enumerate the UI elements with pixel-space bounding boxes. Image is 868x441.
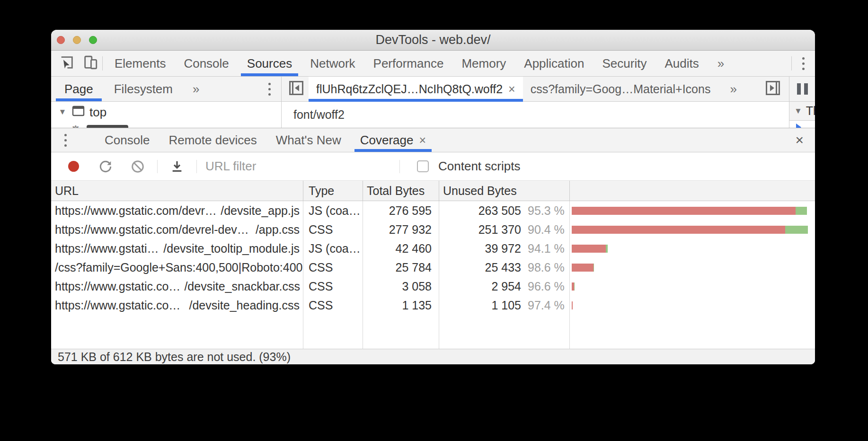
drawer-tab-what-s-new[interactable]: What's New bbox=[266, 128, 351, 152]
empty-cell bbox=[439, 315, 570, 349]
show-debugger-sidebar-icon[interactable] bbox=[764, 79, 781, 98]
reload-icon[interactable] bbox=[95, 156, 116, 177]
navigator-tab-filesystem[interactable]: Filesystem bbox=[104, 77, 183, 101]
tab-network[interactable]: Network bbox=[301, 51, 364, 76]
table-header: URL Type Total Bytes Unused Bytes bbox=[51, 181, 815, 201]
file-tab-strip: flUhRq6tzZclQEJ…NcIhQ8tQ.woff2×css?famil… bbox=[282, 77, 789, 102]
table-row[interactable]: https://www.gstatic.co…/devsite_heading.… bbox=[51, 296, 815, 315]
tab-audits[interactable]: Audits bbox=[655, 51, 708, 76]
url-prefix: /css?family=Google+Sans:400,500|Roboto:4… bbox=[55, 258, 303, 277]
usage-bar-cell bbox=[570, 239, 815, 258]
unused-bytes-value: 1 105 bbox=[439, 296, 528, 315]
file-tab-label: flUhRq6tzZclQEJ…NcIhQ8tQ.woff2 bbox=[316, 82, 503, 96]
column-header-unused-bytes[interactable]: Unused Bytes bbox=[439, 181, 570, 201]
pause-script-icon[interactable] bbox=[797, 83, 808, 95]
unused-bytes-cell: 2 95496.6 % bbox=[439, 277, 570, 296]
table-row[interactable]: https://www.gstatic.co…/devsite_snackbar… bbox=[51, 277, 815, 296]
drawer-tab-remote-devices[interactable]: Remote devices bbox=[159, 128, 266, 152]
unused-bytes-cell: 39 97294.1 % bbox=[439, 239, 570, 258]
title-bar[interactable]: DevTools - web.dev/ bbox=[51, 30, 815, 51]
usage-bar bbox=[572, 301, 573, 309]
file-tab-close-icon[interactable]: × bbox=[508, 82, 515, 96]
gear-icon: ⚙ bbox=[70, 124, 81, 128]
usage-bar-cell bbox=[570, 201, 815, 220]
unused-bar-segment bbox=[572, 226, 785, 234]
tab-sources[interactable]: Sources bbox=[238, 51, 301, 76]
usage-bar-cell bbox=[570, 258, 815, 277]
record-coverage-button[interactable] bbox=[62, 156, 84, 177]
usage-bar-cell bbox=[570, 220, 815, 239]
main-menu-kebab-icon[interactable] bbox=[792, 51, 815, 76]
file-tab-fluhrq6tzzclqej-ncihq8tq-woff2[interactable]: flUhRq6tzZclQEJ…NcIhQ8tQ.woff2× bbox=[309, 77, 523, 101]
frame-icon bbox=[72, 105, 85, 120]
url-cell: /css?family=Google+Sans:400,500|Roboto:4… bbox=[51, 258, 303, 277]
column-header-total-bytes[interactable]: Total Bytes bbox=[363, 181, 439, 201]
type-cell: JS (coa… bbox=[303, 239, 363, 258]
unused-percent: 90.4 % bbox=[528, 220, 569, 239]
more-tabs-icon[interactable]: » bbox=[713, 51, 729, 76]
minimize-window-button[interactable] bbox=[73, 36, 81, 44]
hide-navigator-sidebar-icon[interactable] bbox=[288, 79, 305, 98]
url-filter-input[interactable] bbox=[205, 159, 347, 174]
used-bar-segment bbox=[606, 245, 608, 253]
column-header-type[interactable]: Type bbox=[303, 181, 363, 201]
file-tab-css-family-goog-material-icons[interactable]: css?family=Goog…Material+Icons bbox=[523, 77, 718, 101]
table-row[interactable]: https://www.gstatic.com/devrel-dev…/app.… bbox=[51, 220, 815, 239]
threads-section-header[interactable]: ▼ Threads bbox=[789, 102, 815, 121]
total-bytes-cell: 42 460 bbox=[363, 239, 439, 258]
unused-bar-segment bbox=[572, 245, 606, 253]
drawer-tab-coverage[interactable]: Coverage× bbox=[351, 128, 435, 152]
table-row[interactable]: https://www.gstatic.com/devr…/devsite_ap… bbox=[51, 201, 815, 220]
usage-bar bbox=[572, 264, 593, 272]
tree-item-partial[interactable]: ⚙ bbox=[70, 124, 128, 128]
tab-performance[interactable]: Performance bbox=[364, 51, 453, 76]
drawer-kebab-icon[interactable] bbox=[51, 128, 73, 152]
tab-memory[interactable]: Memory bbox=[452, 51, 515, 76]
tab-console[interactable]: Console bbox=[175, 51, 238, 76]
drawer-tab-label: Console bbox=[105, 133, 150, 148]
navigator-more-tabs-icon[interactable]: » bbox=[188, 77, 204, 101]
usage-bar bbox=[572, 207, 807, 215]
close-drawer-icon[interactable]: × bbox=[784, 128, 815, 152]
table-empty-area bbox=[51, 315, 815, 349]
used-bar-segment bbox=[785, 226, 808, 234]
clear-icon[interactable] bbox=[127, 156, 149, 177]
content-scripts-checkbox[interactable] bbox=[417, 160, 429, 172]
unused-percent: 96.6 % bbox=[528, 277, 569, 296]
status-bar: 571 KB of 612 KB bytes are not used. (93… bbox=[51, 349, 815, 364]
tab-security[interactable]: Security bbox=[593, 51, 656, 76]
usage-bar-cell bbox=[570, 296, 815, 315]
file-more-tabs-icon[interactable]: » bbox=[726, 77, 742, 101]
expand-arrow-icon[interactable]: ▼ bbox=[58, 107, 67, 117]
column-header-url[interactable]: URL bbox=[51, 181, 303, 201]
url-prefix: https://www.gstati… bbox=[55, 239, 159, 258]
download-icon[interactable] bbox=[166, 156, 188, 177]
usage-bar bbox=[572, 245, 608, 253]
url-prefix: https://www.gstatic.co… bbox=[55, 296, 180, 315]
unused-percent: 94.1 % bbox=[528, 239, 569, 258]
file-tabs: flUhRq6tzZclQEJ…NcIhQ8tQ.woff2×css?famil… bbox=[309, 77, 718, 101]
navigator-kebab-icon[interactable] bbox=[258, 77, 281, 101]
device-toolbar-icon[interactable] bbox=[82, 54, 98, 72]
zoom-window-button[interactable] bbox=[89, 36, 97, 44]
navigator-tab-page[interactable]: Page bbox=[54, 77, 104, 101]
drawer-tab-console[interactable]: Console bbox=[95, 128, 159, 152]
drawer-tab-close-icon[interactable]: × bbox=[419, 133, 426, 147]
used-bar-segment bbox=[796, 207, 807, 215]
divider bbox=[102, 56, 103, 71]
table-row[interactable]: /css?family=Google+Sans:400,500|Roboto:4… bbox=[51, 258, 815, 277]
tree-item-top[interactable]: ▼ top bbox=[51, 102, 281, 123]
unused-bytes-cell: 1 10597.4 % bbox=[439, 296, 570, 315]
close-window-button[interactable] bbox=[57, 36, 65, 44]
unused-bytes-cell: 25 43398.6 % bbox=[439, 258, 570, 277]
debugger-toolbar bbox=[789, 77, 815, 102]
table-row[interactable]: https://www.gstati…/devsite_tooltip_modu… bbox=[51, 239, 815, 258]
tab-application[interactable]: Application bbox=[515, 51, 593, 76]
url-filename: /devsite_tooltip_module.js bbox=[163, 239, 300, 258]
url-filename: /app.css bbox=[256, 220, 300, 239]
editor-area: flUhRq6tzZclQEJ…NcIhQ8tQ.woff2×css?famil… bbox=[282, 77, 789, 128]
inspect-element-icon[interactable] bbox=[59, 54, 75, 72]
column-header-bars bbox=[570, 181, 815, 201]
url-cell: https://www.gstati…/devsite_tooltip_modu… bbox=[51, 239, 303, 258]
tab-elements[interactable]: Elements bbox=[106, 51, 175, 76]
